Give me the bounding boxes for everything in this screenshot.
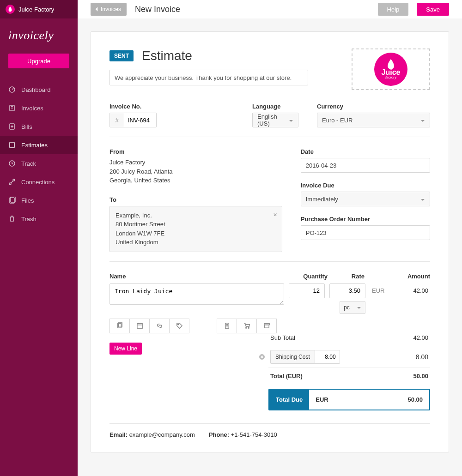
- sidebar-item-invoices[interactable]: Invoices: [0, 99, 78, 117]
- item-name-input[interactable]: [109, 283, 284, 305]
- bills-icon: [8, 123, 16, 130]
- total-label: Total (EUR): [270, 373, 303, 380]
- line-item-row: pc EUR 42.00: [109, 283, 430, 314]
- document-type: Estimate: [142, 48, 192, 63]
- sidebar-item-estimates[interactable]: Estimates: [0, 136, 78, 154]
- brand-row[interactable]: Juice Factory: [0, 0, 78, 18]
- tag-icon[interactable]: [169, 319, 189, 333]
- save-button[interactable]: Save: [417, 3, 449, 16]
- invoice-card: SENT Estimate Juice factory: [91, 31, 449, 452]
- main: Invoices New Invoice Help Save SENT Esti…: [78, 0, 462, 476]
- brand-name: Juice Factory: [18, 6, 54, 13]
- chevron-down-icon: [289, 118, 293, 122]
- svg-rect-3: [10, 142, 14, 148]
- receipt-icon[interactable]: [217, 319, 237, 333]
- chevron-left-icon: [93, 6, 100, 12]
- help-button[interactable]: Help: [378, 3, 409, 16]
- app-logo: invoicely: [0, 18, 78, 50]
- currency-label: Currency: [317, 103, 430, 110]
- due-select[interactable]: Immediately: [301, 192, 430, 206]
- sidebar-nav: Dashboard Invoices Bills Estimates Track…: [0, 77, 78, 228]
- sidebar-item-trash[interactable]: Trash: [0, 210, 78, 228]
- sidebar-item-label: Estimates: [21, 142, 48, 149]
- item-amount: EUR 42.00: [370, 283, 430, 298]
- invoices-icon: [8, 104, 16, 112]
- back-label: Invoices: [101, 6, 121, 12]
- due-label: Invoice Due: [301, 182, 430, 189]
- sidebar-item-label: Connections: [21, 179, 55, 186]
- total-due-label: Total Due: [269, 390, 309, 410]
- cart-icon[interactable]: [237, 319, 257, 333]
- files-icon: [8, 197, 16, 204]
- company-logo-icon: Juice factory: [374, 53, 407, 86]
- estimates-icon: [8, 141, 16, 149]
- totals: Sub Total 42.00 Shipping Cost 8.00: [268, 330, 430, 410]
- trash-icon: [8, 215, 16, 223]
- svg-point-6: [13, 179, 15, 181]
- due-value: Immediately: [306, 196, 338, 203]
- col-name: Name: [109, 273, 296, 280]
- to-address-box[interactable]: × Example, Inc. 80 Mortimer Street Londo…: [109, 206, 282, 252]
- sidebar: Juice Factory invoicely Upgrade Dashboar…: [0, 0, 78, 476]
- to-label: To: [109, 196, 282, 203]
- copy-icon[interactable]: [109, 319, 130, 333]
- topbar: Invoices New Invoice Help Save: [78, 0, 462, 18]
- svg-rect-17: [264, 325, 268, 328]
- new-line-button[interactable]: New Line: [109, 343, 142, 355]
- sidebar-item-connections[interactable]: Connections: [0, 173, 78, 191]
- sidebar-item-track[interactable]: Track: [0, 154, 78, 173]
- shipping-amount: 8.00: [416, 353, 428, 361]
- calendar-icon[interactable]: [129, 319, 150, 333]
- unit-select[interactable]: pc: [340, 301, 365, 314]
- language-select[interactable]: English (US): [252, 113, 298, 127]
- archive-icon[interactable]: [256, 319, 277, 333]
- from-label: From: [109, 148, 282, 155]
- currency-value: Euro - EUR: [322, 117, 353, 124]
- status-badge: SENT: [109, 50, 134, 61]
- upgrade-button[interactable]: Upgrade: [8, 54, 69, 68]
- sidebar-item-bills[interactable]: Bills: [0, 117, 78, 136]
- sidebar-item-label: Bills: [21, 123, 32, 130]
- item-rate-input[interactable]: [329, 283, 365, 298]
- language-label: Language: [252, 103, 298, 110]
- chevron-down-icon: [357, 305, 361, 310]
- connections-icon: [8, 178, 16, 186]
- hash-prefix: #: [109, 113, 124, 127]
- from-address: Juice Factory 200 Juicy Road, Atlanta Ge…: [109, 158, 282, 185]
- back-button[interactable]: Invoices: [91, 3, 127, 16]
- phone-value: +1-541-754-3010: [231, 431, 277, 438]
- brand-badge-icon: [6, 5, 15, 14]
- total-value: 50.00: [413, 373, 428, 380]
- sidebar-item-label: Track: [21, 160, 36, 167]
- footer: Email: example@company.com Phone: +1-541…: [109, 423, 430, 438]
- total-due-value: 50.00: [407, 396, 423, 403]
- total-due-row: Total Due EUR 50.00: [268, 389, 430, 410]
- sidebar-item-label: Trash: [21, 216, 36, 223]
- phone-label: Phone:: [209, 431, 229, 438]
- close-icon[interactable]: ×: [274, 210, 277, 220]
- sidebar-item-files[interactable]: Files: [0, 191, 78, 210]
- sidebar-item-dashboard[interactable]: Dashboard: [0, 80, 78, 99]
- email-label: Email:: [109, 431, 128, 438]
- dashboard-icon: [8, 86, 16, 93]
- svg-point-14: [245, 327, 246, 328]
- note-input[interactable]: [109, 70, 308, 85]
- chevron-down-icon: [420, 118, 425, 122]
- col-amount: Amount: [370, 273, 430, 280]
- email-value: example@company.com: [129, 431, 195, 438]
- item-qty-input[interactable]: [289, 283, 325, 298]
- svg-rect-11: [137, 324, 142, 328]
- link-icon[interactable]: [149, 319, 170, 333]
- svg-point-12: [177, 324, 178, 325]
- logo-upload-box[interactable]: Juice factory: [352, 48, 430, 90]
- chevron-down-icon: [420, 197, 425, 201]
- invoice-no-input[interactable]: [124, 113, 157, 127]
- currency-select[interactable]: Euro - EUR: [317, 113, 430, 127]
- date-input[interactable]: [301, 158, 430, 173]
- invoice-no-label: Invoice No.: [109, 103, 157, 110]
- total-due-currency: EUR: [316, 396, 328, 403]
- shipping-input[interactable]: [315, 350, 340, 364]
- po-input[interactable]: [301, 225, 430, 240]
- po-label: Purchase Order Number: [301, 216, 430, 223]
- remove-icon[interactable]: [258, 353, 266, 361]
